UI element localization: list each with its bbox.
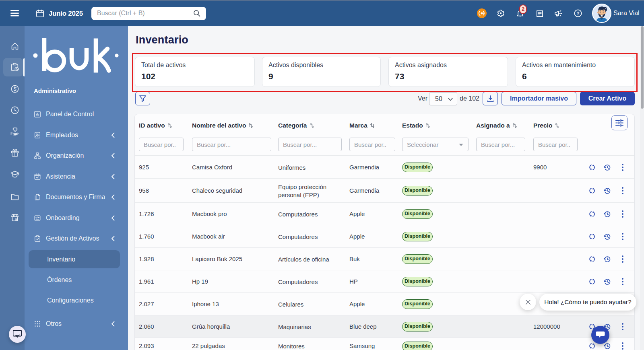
svg-text:?: ? xyxy=(576,11,579,16)
